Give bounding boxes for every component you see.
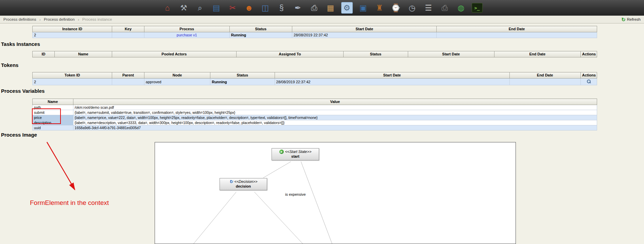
table-row: 2 approved Running 28/08/2019 22:37:42 — [33, 79, 597, 85]
printer-icon[interactable]: ⎙ — [309, 2, 320, 14]
process-instance-table: Instance ID Key Process Status Start Dat… — [32, 26, 597, 38]
col-header-process: Process — [144, 26, 229, 32]
col-header-node: Node — [144, 72, 210, 79]
col-header-start-date: Start Date — [408, 51, 494, 57]
col-header-end-date: End Date — [494, 51, 580, 57]
scheduler-icon[interactable]: ▦ — [325, 2, 336, 14]
diagram-node-start: ▶ <<Start State>> start — [272, 148, 319, 160]
col-header-start-date: Start Date — [275, 72, 509, 79]
node-name: start — [272, 154, 319, 160]
cell-end-date — [509, 79, 580, 85]
automation-icon[interactable]: ⚙ — [341, 2, 353, 14]
col-header-assigned-to: Assigned To — [236, 51, 344, 57]
col-header-token-id: Token ID — [33, 72, 112, 79]
col-header-actions: Actions — [580, 51, 597, 57]
profiles-icon[interactable]: ◫ — [260, 2, 271, 14]
col-header-parent: Parent — [112, 72, 144, 79]
breadcrumb-item-process-definition[interactable]: Process definition — [44, 17, 75, 21]
variable-name-cell: path — [33, 105, 73, 110]
table-row: 2 purchase v1 Running 28/08/2019 22:37:4… — [33, 32, 597, 38]
view-token-magnifier-icon[interactable] — [587, 79, 591, 84]
chevron-right-icon: › — [39, 17, 41, 22]
col-header-start-date: Start Date — [292, 26, 437, 32]
decision-icon: ↻ — [229, 179, 233, 184]
table-header-row: Name Value — [33, 99, 597, 105]
admin-toolbar: ⌂⚒⌕▤✂☻◫§✒⎙▦⚙▣♜⌚◷☰⎙◍>_ — [0, 0, 644, 16]
variable-value-cell: {label=, name=price, value=222, data=, w… — [73, 115, 597, 120]
breadcrumb-item-process-definitions[interactable]: Process definitions — [3, 17, 36, 21]
print-queue-icon[interactable]: ⎙ — [439, 2, 451, 14]
breadcrumb-item-process-instance: Process instance — [82, 17, 112, 21]
process-variables-title: Process Variables — [1, 88, 45, 94]
variable-value-cell: {label=, name=description, value=3333, d… — [73, 120, 597, 125]
annotation-arrow — [27, 126, 136, 208]
refresh-button[interactable]: ↻ Refresh — [621, 17, 641, 22]
variable-value-cell: {label=, name=submit, validate=true, tra… — [73, 110, 597, 115]
system-log-icon[interactable]: ☰ — [423, 2, 434, 14]
variable-value-cell: /okm:root/demo scan.pdf — [73, 105, 597, 110]
cell-instance-id: 2 — [33, 32, 112, 38]
variable-name-cell: description — [33, 120, 73, 125]
diagram-node-decision: ↻ <<Decision>> decision — [220, 178, 267, 190]
cell-node: approved — [144, 79, 210, 85]
activity-log-icon[interactable]: ⌚ — [390, 2, 402, 14]
cell-end-date — [437, 32, 597, 38]
diagram-edges — [155, 142, 516, 244]
table-row: uuid 1658a9d6-3dcf-44f0-b791-34881ed305d… — [33, 125, 597, 130]
cell-actions — [580, 79, 597, 85]
col-header-actions: Actions — [580, 72, 597, 79]
tokens-title: Tokens — [1, 62, 18, 68]
refresh-label: Refresh — [627, 17, 641, 21]
tools-icon[interactable]: ⚒ — [178, 2, 190, 14]
col-header-name: Name — [54, 51, 112, 57]
table-row: submit {label=, name=submit, validate=tr… — [33, 110, 597, 115]
tasks-instances-table: ID Name Pooled Actors Assigned To Status… — [32, 51, 597, 57]
cell-token-id: 2 — [33, 79, 112, 85]
chevron-right-icon: › — [78, 17, 79, 22]
time-clock-icon[interactable]: ◷ — [406, 2, 418, 14]
col-header-status: Status — [210, 72, 275, 79]
cell-key — [112, 32, 144, 38]
col-header-name: Name — [33, 99, 73, 105]
col-header-id: ID — [33, 51, 55, 57]
breadcrumb: Process definitions › Process definition… — [0, 16, 644, 23]
variable-name-cell: price — [33, 115, 73, 120]
variable-value-cell: 1658a9d6-3dcf-44f0-b791-34881ed305d7 — [73, 125, 597, 130]
reports-icon[interactable]: ✒ — [292, 2, 304, 14]
tokens-table: Token ID Parent Node Status Start Date E… — [32, 72, 597, 85]
col-header-value: Value — [73, 99, 597, 105]
home-icon[interactable]: ⌂ — [162, 2, 173, 14]
tasks-instances-title: Tasks Instances — [1, 41, 40, 47]
col-header-key: Key — [112, 26, 144, 32]
node-name: decision — [220, 184, 267, 190]
col-header-end-date: End Date — [509, 72, 580, 79]
col-header-pooled-actors: Pooled Actors — [112, 51, 236, 57]
process-image-panel: ▶ <<Start State>> start ↻ <<Decision>> d… — [155, 142, 516, 244]
table-header-row: Instance ID Key Process Status Start Dat… — [33, 26, 597, 32]
col-header-status: Status — [229, 26, 292, 32]
database-icon[interactable]: ◍ — [455, 2, 467, 14]
cell-start-date: 28/08/2019 22:37:42 — [275, 79, 509, 85]
edge-label-is-expensive: is expensive — [285, 192, 306, 196]
node-stereotype: <<Start State>> — [285, 150, 312, 154]
cell-status: Running — [229, 32, 292, 38]
process-variables-table: Name Value path /okm:root/demo scan.pdf … — [32, 99, 597, 130]
mime-types-icon[interactable]: § — [276, 2, 288, 14]
variable-name-cell: uuid — [33, 125, 73, 130]
process-definition-link[interactable]: purchase v1 — [177, 33, 197, 37]
scripting-icon[interactable]: ▣ — [358, 2, 369, 14]
stamps-icon[interactable]: ♜ — [374, 2, 385, 14]
table-header-row: ID Name Pooled Actors Assigned To Status… — [33, 51, 597, 57]
col-header-instance-id: Instance ID — [33, 26, 112, 32]
variable-name-cell: submit — [33, 110, 73, 115]
cell-process: purchase v1 — [144, 32, 229, 38]
cell-status: Running — [210, 79, 275, 85]
crontab-icon[interactable]: ✂ — [227, 2, 239, 14]
node-stereotype: <<Decision>> — [234, 179, 258, 184]
users-icon[interactable]: ☻ — [243, 2, 255, 14]
process-image-title: Process Image — [1, 132, 37, 138]
console-icon[interactable]: >_ — [472, 3, 483, 13]
search-icon[interactable]: ⌕ — [194, 2, 206, 14]
annotation-label: FormElement in the context — [30, 199, 109, 207]
statistics-icon[interactable]: ▤ — [211, 2, 222, 14]
